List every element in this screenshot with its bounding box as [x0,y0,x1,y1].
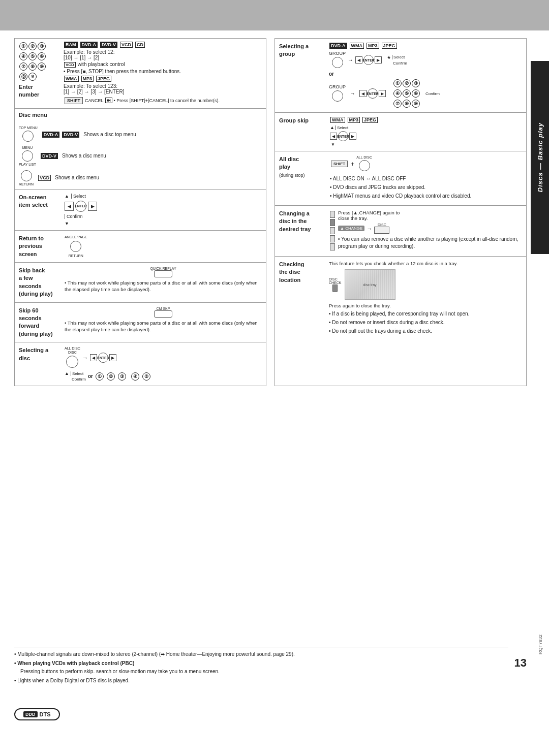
num-7: ⑦ [19,62,27,71]
gn8: ⑧ [403,100,411,108]
gs-enter[interactable]: ENTER [338,131,348,141]
note-line4: • Lights when a Dolby Digital or DTS dis… [14,677,508,685]
badge-mp3-gs: MP3 [348,117,360,123]
g-arrow2: → [350,90,355,97]
disc-n3: ③ [118,372,126,381]
disc-select-btn[interactable] [66,356,78,368]
changing-disc-row: Press [▲.CHANGE] again toclose the tray.… [330,210,522,251]
bottom-notes: • Multiple-channel signals are down-mixe… [14,647,508,685]
side-tab: Discs — Basic play [531,61,549,254]
changing-disc-label: Changing adisc in thedesired tray [279,210,325,233]
quick-replay-btn[interactable] [154,270,172,277]
shift-cancel-text: • Press [SHIFT]+[CANCEL] to cancel the n… [114,98,220,103]
disc-n1: ① [96,372,104,381]
selecting-disc-section: Selecting adisc ALL DISC DISC → ◀ EN [15,342,266,386]
top-bar [0,0,549,30]
g2-enter[interactable]: ENTER [368,88,378,99]
nav-left[interactable]: ◀ [65,202,74,211]
num-5: ⑤ [28,52,37,60]
example1-seq: [10] → [1] → [2] [64,55,220,60]
badge-cd: CD [135,42,145,48]
cm-skp-btn[interactable] [154,310,172,318]
sub-badges-row: WMA MP3 JPEG [64,76,220,82]
disc-nav-right[interactable]: ▶ [109,354,116,361]
checking-disc-section: Checkingthe disclocation This feature le… [275,257,526,340]
bullet-stop: • Press [■, STOP] then press the numbere… [64,69,220,74]
check-b1: If a disc is being played, the correspon… [329,310,469,318]
angle-page-btn[interactable] [70,241,81,252]
skip-back-desc: • This may not work while playing some p… [65,279,262,293]
disc-check-btn[interactable] [332,285,338,292]
enter-btn[interactable]: ENTER [75,201,86,212]
g-arrow: → [348,57,353,63]
return-to-label: Return topreviousscreen [19,235,59,258]
press-again-text: Press [▲.CHANGE] again toclose the tray. [338,210,522,221]
format-badges-row: RAM DVD-A DVD-V VCD CD [64,42,220,48]
disc-menu-row1: TOP MENU DVD-A DVD-V Shows a disc top me… [19,126,136,143]
g-sel-up: ★ [387,55,391,60]
badge-ram: RAM [64,42,78,48]
ddd-badge: DDD [23,711,38,717]
top-menu-btn[interactable] [22,131,34,142]
return-btn[interactable] [21,170,32,181]
disc-btn2[interactable] [374,227,389,234]
g2-conf-lbl: Confirm [425,91,440,96]
all-disc-b3: HighMAT menus and video CD playback cont… [330,193,522,200]
badge-dvdv3: DVD-V [41,153,58,159]
all-disc-bullets: ALL DISC ON ↔ ALL DISC OFF DVD discs and… [330,175,522,200]
skip-back-label: Skip backa fewseconds(during play) [19,267,59,298]
skip-back-section: Skip backa fewseconds(during play) QUICK… [15,263,266,303]
num-8: ⑧ [28,62,37,71]
rqt-number: RQT7932 [538,635,543,654]
nav-row: ◀ ENTER ▶ [65,201,97,212]
confirm-row: Confirm [65,214,97,219]
return-label: RETURN [19,182,34,186]
shift-cancel-row: SHIFT CANCEL ⏭ • Press [SHIFT]+[CANCEL] … [64,96,220,105]
change-row: ▲ CHANGE → DISC [338,223,522,234]
g-enter[interactable]: ENTER [363,55,374,65]
g-nav-r[interactable]: ▶ [375,56,382,64]
badge-dvdv2: DVD-V [62,132,79,138]
all-disc-btn-lbl: ALL DISC [356,155,372,159]
skip60-label: Skip 60secondsforward(during play) [19,307,59,338]
select-confirm-disc: ▲ Select Confirm or ① ② ③ ④ ⑤ [65,371,262,382]
g-conf-lbl: Confirm [387,61,407,66]
shift-btn[interactable]: SHIFT [65,97,83,104]
all-disc-b2: DVD discs and JPEG tracks are skipped. [330,184,522,191]
group-btn[interactable] [332,57,343,68]
tray-5 [330,243,335,250]
gn6: ⑥ [412,89,420,98]
badge-dvda: DVD-A [80,42,98,48]
all-disc-btn[interactable] [359,160,370,171]
shift-btn2[interactable]: SHIFT [331,161,348,167]
g-group-lbl: GROUP [329,51,346,56]
group-btn2[interactable] [332,90,343,102]
badge-jpeg-s: JPEG [96,76,111,82]
confirm-label: Confirm [65,214,83,219]
disc-enter[interactable]: ENTER [98,353,108,363]
gs-nav-r[interactable]: ▶ [349,133,356,140]
disc-nav-left[interactable]: ◀ [90,354,97,361]
g2-nav-r[interactable]: ▶ [379,90,386,97]
g-nav-l[interactable]: ◀ [355,56,362,64]
down-row: ▼ [65,221,97,226]
all-disc-ctrl: SHIFT + ALL DISC [330,155,522,172]
menu-btn[interactable] [22,150,33,162]
gs-sel-lbl: Select [336,125,348,130]
gn5: ⑤ [403,89,411,98]
gs-nav-l[interactable]: ◀ [330,133,337,140]
g-sel-lbl: Select [392,55,405,59]
nav-right[interactable]: ▶ [88,202,97,211]
g2-nav-l[interactable]: ◀ [359,90,367,97]
return-desc: Shows a disc menu [55,175,99,180]
change-badge: ▲ CHANGE [338,226,364,231]
disc-lbl: DISC [68,351,77,354]
checking-disc-label: Checkingthe disclocation [279,261,325,336]
group-lbl2: GROUP [329,84,346,89]
gs-conf-lbl: ▼ [330,142,356,147]
right-column: Selecting agroup DVD-A WMA MP3 JPEG [274,38,527,386]
selecting-disc-row1: ALL DISC DISC → ◀ ENTER ▶ [65,346,262,369]
disc-menu-row3: RETURN VCD Shows a disc menu [19,169,136,186]
gn4: ④ [393,89,402,98]
selecting-disc-label: Selecting adisc [19,346,59,362]
